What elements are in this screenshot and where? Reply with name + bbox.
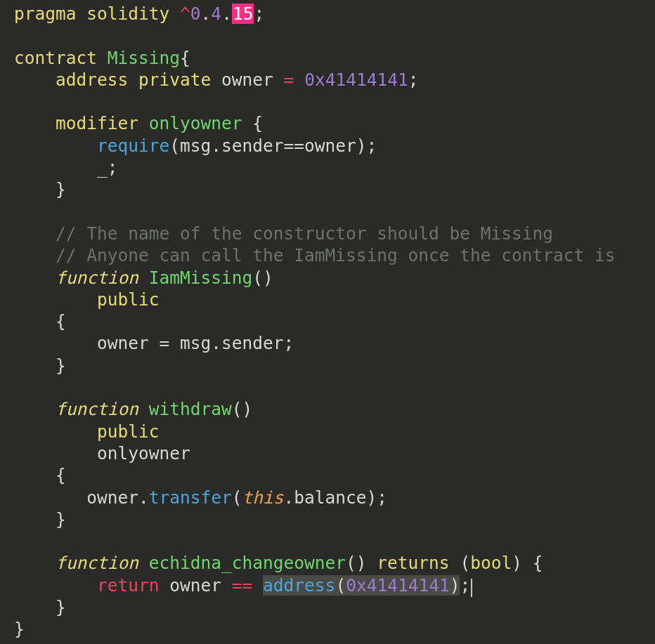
fn-iammissing: IamMissing (149, 268, 253, 288)
kw-this: this (242, 487, 284, 508)
paren: ( (335, 575, 346, 596)
brace: } (56, 355, 66, 376)
stmt: owner = msg.sender; (97, 333, 294, 353)
num-0: 0 (190, 4, 201, 24)
parens: () (232, 399, 253, 419)
kw-address: address (56, 70, 128, 90)
brace: { (180, 48, 190, 68)
kw-return: return (97, 575, 160, 596)
brace: } (14, 619, 25, 639)
call-address: address (263, 575, 335, 596)
paren-brace: ) { (512, 553, 543, 573)
fn-onlyowner: onlyowner (149, 113, 242, 133)
brace: } (56, 597, 66, 617)
num-15-highlight: 15 (232, 4, 254, 24)
id-owner: owner (169, 575, 221, 596)
num-4: 4 (211, 4, 221, 24)
brace: } (56, 509, 66, 530)
semi: ; (460, 575, 470, 596)
semi: ; (408, 70, 419, 90)
brace: { (56, 311, 66, 331)
kw-pragma: pragma (14, 4, 77, 24)
brace: { (252, 113, 263, 133)
hex-literal: 0x41414141 (304, 70, 408, 90)
kw-public: public (97, 289, 160, 310)
comment: // Anyone can call the IamMissing once t… (56, 245, 616, 265)
paren: ( (460, 553, 470, 573)
kw-solidity: solidity (86, 4, 169, 24)
semi: ; (254, 4, 264, 24)
id-owner: owner. (86, 487, 149, 508)
op-eq: = (284, 70, 294, 90)
paren: ( (232, 487, 242, 508)
kw-returns: returns (377, 553, 449, 573)
hex-literal: 0x41414141 (346, 575, 450, 596)
kw-function: function (56, 268, 138, 288)
parens: () (346, 553, 367, 573)
kw-function: function (56, 399, 138, 419)
comment: // The name of the constructor should be… (56, 223, 553, 244)
kw-function: function (56, 553, 138, 573)
code-editor[interactable]: pragma solidity ^0.4.15; contract Missin… (0, 0, 655, 640)
kw-modifier: modifier (56, 113, 138, 133)
kw-private: private (138, 70, 211, 90)
args: (msg.sender==owner); (169, 136, 377, 156)
paren: ) (450, 575, 460, 596)
underscore: _; (97, 157, 118, 178)
id-owner: owner (221, 70, 273, 90)
fn-echidna: echidna_changeowner (149, 553, 346, 573)
kw-bool: bool (470, 553, 512, 573)
call-require: require (97, 136, 169, 156)
kw-contract: contract (14, 48, 97, 68)
type-missing: Missing (108, 48, 180, 68)
brace: } (56, 179, 66, 199)
rest: .balance); (284, 487, 388, 508)
id-onlyowner: onlyowner (97, 443, 190, 464)
kw-public: public (97, 421, 160, 442)
parens: () (252, 268, 273, 288)
op-caret: ^ (180, 4, 190, 24)
brace: { (56, 465, 66, 485)
fn-withdraw: withdraw (149, 399, 232, 419)
op-eqeq: == (232, 575, 253, 596)
call-transfer: transfer (149, 487, 232, 508)
